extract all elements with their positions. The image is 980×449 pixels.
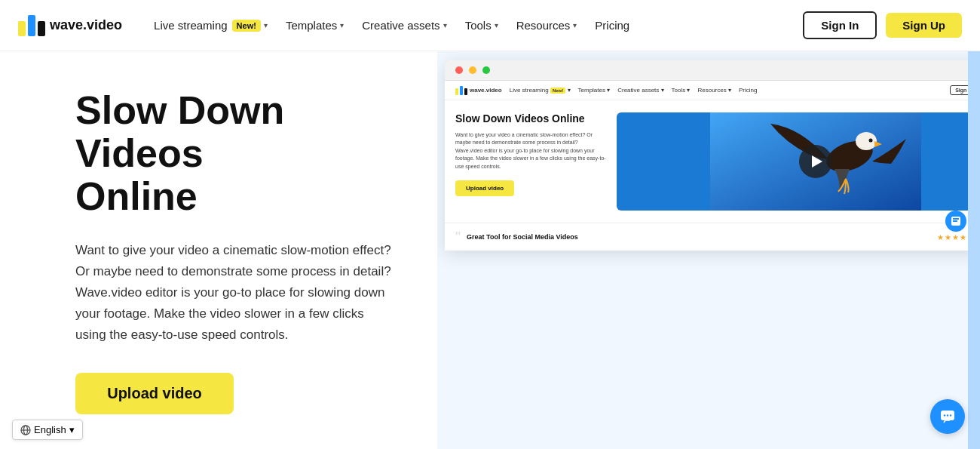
svg-point-18 [947, 414, 948, 416]
svg-rect-0 [18, 21, 26, 36]
browser-window: wave.video Live streaming New! ▾ Templat… [445, 60, 980, 251]
play-button[interactable] [799, 145, 832, 178]
templates-chevron: ▾ [340, 21, 344, 29]
sign-in-button[interactable]: Sign In [803, 11, 877, 39]
hero-title: Slow Down Videos Online [75, 89, 392, 219]
inner-video-area [617, 112, 980, 211]
inner-page-content: Slow Down Videos Online Want to give you… [445, 100, 980, 223]
header-actions: Sign In Sign Up [803, 11, 962, 39]
inner-hero-title: Slow Down Videos Online [455, 112, 606, 125]
globe-icon [20, 425, 31, 435]
logo-icon [18, 15, 45, 36]
upload-video-button[interactable]: Upload video [75, 373, 234, 414]
svg-rect-3 [455, 88, 458, 95]
nav-resources[interactable]: Resources ▾ [509, 14, 585, 36]
inner-navbar: wave.video Live streaming New! ▾ Templat… [445, 81, 980, 100]
svg-point-9 [856, 132, 877, 150]
browser-minimize-dot [469, 66, 476, 74]
inner-upload-button[interactable]: Upload video [455, 180, 514, 196]
logo[interactable]: wave.video [18, 15, 122, 36]
inner-nav-live-streaming: Live streaming New! ▾ [510, 87, 571, 94]
browser-close-dot [455, 66, 463, 74]
svg-point-17 [944, 414, 945, 416]
inner-nav-resources: Resources ▾ [697, 87, 730, 94]
inner-hero-text: Slow Down Videos Online Want to give you… [455, 112, 606, 211]
nav-templates[interactable]: Templates ▾ [278, 14, 351, 36]
chat-icon [939, 408, 956, 425]
browser-mockup-container: wave.video Live streaming New! ▾ Templat… [437, 51, 980, 449]
inner-nav-pricing: Pricing [739, 87, 757, 94]
creative-assets-chevron: ▾ [443, 21, 447, 29]
svg-point-11 [869, 139, 873, 143]
resources-chevron: ▾ [573, 21, 577, 29]
chat-button[interactable] [930, 399, 965, 434]
svg-rect-1 [28, 15, 35, 36]
inner-nav-creative-assets: Creative assets ▾ [617, 87, 663, 94]
browser-maximize-dot [482, 66, 490, 74]
inner-nav-tools: Tools ▾ [672, 87, 691, 94]
nav-tools[interactable]: Tools ▾ [458, 14, 506, 36]
review-text: Great Tool for Social Media Videos [467, 233, 931, 241]
svg-rect-2 [38, 21, 45, 36]
svg-rect-15 [953, 220, 957, 222]
logo-text: wave.video [50, 17, 122, 33]
inner-review-bar: " Great Tool for Social Media Videos ★★★… [445, 223, 980, 251]
nav-creative-assets[interactable]: Creative assets ▾ [354, 14, 454, 36]
svg-rect-4 [460, 86, 463, 95]
browser-chrome [445, 60, 980, 81]
header: wave.video Live streaming New! ▾ Templat… [0, 0, 980, 51]
nav-pricing[interactable]: Pricing [587, 14, 637, 36]
main-nav: Live streaming New! ▾ Templates ▾ Creati… [146, 14, 803, 36]
blue-accent-bar [968, 51, 980, 449]
live-streaming-chevron: ▾ [264, 21, 268, 29]
sign-up-button[interactable]: Sign Up [886, 13, 962, 38]
blue-accent-icon [945, 211, 966, 232]
inner-video-thumbnail[interactable] [617, 112, 980, 211]
hero-description: Want to give your video a cinematic slow… [75, 240, 392, 346]
svg-point-19 [950, 414, 951, 416]
svg-rect-14 [953, 218, 959, 220]
inner-logo: wave.video [455, 86, 502, 95]
tools-chevron: ▾ [495, 21, 498, 29]
nav-live-streaming[interactable]: Live streaming New! ▾ [146, 14, 275, 36]
svg-rect-5 [464, 88, 467, 95]
language-label: English [34, 424, 66, 435]
hero-section: Slow Down Videos Online Want to give you… [0, 51, 437, 449]
inner-logo-icon [455, 86, 467, 95]
new-badge: New! [232, 20, 261, 32]
language-chevron: ▾ [69, 424, 75, 435]
main-content: Slow Down Videos Online Want to give you… [0, 51, 980, 449]
play-triangle-icon [812, 155, 822, 168]
inner-hero-desc: Want to give your video a cinematic slow… [455, 131, 606, 171]
language-selector[interactable]: English ▾ [12, 420, 83, 440]
sidebar-icon [950, 215, 962, 227]
inner-nav-templates: Templates ▾ [578, 87, 611, 94]
eagle-illustration [617, 112, 980, 211]
quote-icon: " [455, 229, 461, 244]
